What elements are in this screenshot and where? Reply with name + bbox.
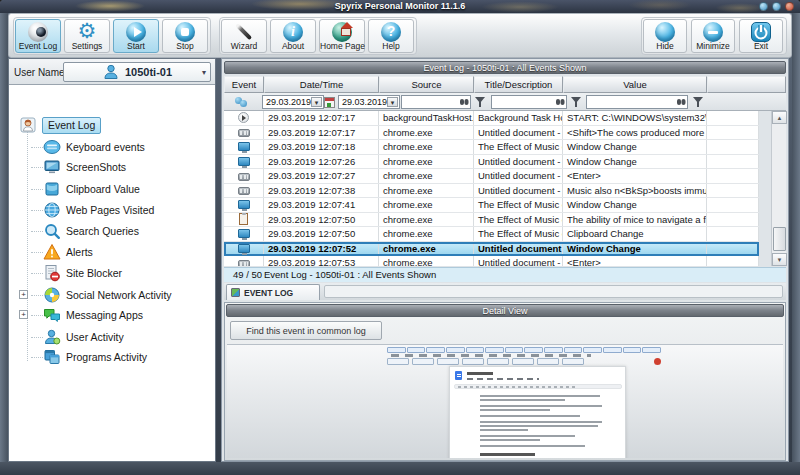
expand-plus-icon[interactable]: + <box>19 290 28 299</box>
tree-stub <box>31 147 43 148</box>
column-header-source[interactable]: Source <box>379 76 474 93</box>
tree-stub <box>31 295 43 296</box>
start-button[interactable]: Start <box>113 19 159 53</box>
sidebar-item-search-queries[interactable]: Search Queries <box>43 221 139 241</box>
scrollbar-thumb[interactable] <box>773 227 786 251</box>
find-event-button[interactable]: Find this event in common log <box>230 321 382 340</box>
keyboard-icon <box>43 138 61 156</box>
cell-value: The ability of mice to navigate a food m… <box>563 213 707 227</box>
sidebar-item-clipboard-value[interactable]: Clipboard Value <box>43 179 140 199</box>
sidebar-item-messaging-apps[interactable]: + Messaging Apps <box>43 305 143 325</box>
tree-stub <box>31 315 43 316</box>
window-controls <box>759 2 794 11</box>
table-row[interactable]: 29.03.2019 12:07:17 backgroundTaskHost.e… <box>224 111 759 126</box>
stop-button[interactable]: Stop <box>162 19 208 53</box>
table-row[interactable]: 29.03.2019 12:07:18 chrome.exe The Effec… <box>224 140 759 155</box>
document-page-thumbnail <box>449 366 626 458</box>
column-header-title[interactable]: Title/Description <box>474 76 563 93</box>
sphere-minus-icon <box>703 22 723 42</box>
table-row[interactable]: 29.03.2019 12:07:50 chrome.exe The Effec… <box>224 227 759 242</box>
event-type-icon <box>239 213 248 225</box>
event-log-button[interactable]: Event Log <box>15 19 61 53</box>
scroll-up-arrow-icon[interactable]: ▲ <box>772 111 787 124</box>
column-header-datetime[interactable]: Date/Time <box>264 76 379 93</box>
sidebar-item-screenshots[interactable]: ScreenShots <box>43 157 126 177</box>
cell-datetime: 29.03.2019 12:07:52 <box>264 242 379 256</box>
user-select-dropdown[interactable]: 1050ti-01 ▾ <box>63 62 211 82</box>
table-row[interactable]: 29.03.2019 12:07:38 chrome.exe Untitled … <box>224 184 759 199</box>
calendar-dropdown-icon[interactable] <box>387 97 398 107</box>
filter-row: 29.03.2019 29.03.2019 <box>224 93 786 111</box>
home-page-button[interactable]: Home Page <box>319 19 365 53</box>
tree-stub <box>31 337 43 338</box>
binoculars-icon[interactable] <box>677 99 686 105</box>
binoculars-icon[interactable] <box>556 99 565 105</box>
tab-event-log[interactable]: EVENT LOG <box>226 284 320 300</box>
cell-datetime: 29.03.2019 12:07:50 <box>264 227 379 241</box>
event-type-icon <box>238 229 250 238</box>
table-row[interactable]: 29.03.2019 12:07:17 chrome.exe Untitled … <box>224 126 759 141</box>
filter-funnel-icon[interactable] <box>571 97 581 103</box>
table-row-selected[interactable]: 29.03.2019 12:07:52 chrome.exe Untitled … <box>224 242 759 257</box>
about-button[interactable]: About <box>270 19 316 53</box>
navigation-tree: Event Log Keyboard events ScreenShots Cl… <box>9 86 215 461</box>
column-header-value[interactable]: Value <box>563 76 707 93</box>
cell-title: The Effect of Music on Hu <box>474 213 563 227</box>
scroll-down-arrow-icon[interactable]: ▼ <box>772 253 787 266</box>
cell-title: The Effect of Music on Hu <box>474 227 563 241</box>
chevron-down-icon: ▾ <box>202 68 206 77</box>
tree-stub <box>31 273 43 274</box>
value-filter-input[interactable] <box>586 95 688 109</box>
event-type-icon <box>238 142 250 151</box>
calendar-dropdown-icon[interactable] <box>311 97 322 107</box>
minimize-dot-icon[interactable] <box>759 2 768 11</box>
tab-strip: EVENT LOG <box>224 283 786 300</box>
table-row[interactable]: 29.03.2019 12:07:50 chrome.exe The Effec… <box>224 213 759 228</box>
cell-datetime: 29.03.2019 12:07:53 <box>264 256 379 266</box>
cell-title: Background Task Host <box>474 111 563 125</box>
settings-button[interactable]: Settings <box>64 19 110 53</box>
table-row[interactable]: 29.03.2019 12:07:53 chrome.exe Untitled … <box>224 256 759 266</box>
event-filter-icon[interactable] <box>235 97 249 107</box>
close-dot-icon[interactable] <box>785 2 794 11</box>
expand-plus-icon[interactable]: + <box>19 310 28 319</box>
vertical-scrollbar[interactable]: ▲ ▼ <box>771 111 786 266</box>
sidebar-item-event-log[interactable]: Event Log <box>19 115 101 135</box>
window-title: Spyrix Personal Monitor 11.1.6 <box>0 1 800 11</box>
user-name-label: User Name <box>14 67 65 78</box>
cell-source: chrome.exe <box>379 140 474 154</box>
date-to-picker[interactable]: 29.03.2019 <box>338 95 400 109</box>
filter-funnel-icon[interactable] <box>693 97 703 103</box>
browser-chrome-thumbnail <box>387 347 661 366</box>
status-bar: 49 / 50 Event Log - 1050ti-01 : All Even… <box>224 267 786 282</box>
google-docs-icon <box>455 371 462 380</box>
sidebar-item-user-activity[interactable]: User Activity <box>43 327 124 347</box>
sidebar-item-programs-activity[interactable]: Programs Activity <box>43 347 147 367</box>
sidebar-item-alerts[interactable]: Alerts <box>43 242 93 262</box>
filter-funnel-icon[interactable] <box>475 97 485 103</box>
date-from-picker[interactable]: 29.03.2019 <box>262 95 324 109</box>
sidebar-item-site-blocker[interactable]: Site Blocker <box>43 263 122 283</box>
cell-source: chrome.exe <box>379 169 474 183</box>
hide-button[interactable]: Hide <box>643 19 687 53</box>
restore-dot-icon[interactable] <box>772 2 781 11</box>
cell-datetime: 29.03.2019 12:07:26 <box>264 155 379 169</box>
column-header-event[interactable]: Event <box>224 76 264 93</box>
minimize-button[interactable]: Minimize <box>691 19 735 53</box>
exit-button[interactable]: Exit <box>739 19 783 53</box>
doc-toolbar-line <box>454 384 622 389</box>
help-button[interactable]: Help <box>368 19 414 53</box>
event-type-icon <box>238 129 250 137</box>
sidebar-item-social-network-activity[interactable]: + Social Network Activity <box>43 285 172 305</box>
cell-title: Untitled document - Googl <box>474 126 563 140</box>
table-row[interactable]: 29.03.2019 12:07:26 chrome.exe Untitled … <box>224 155 759 170</box>
sidebar-item-web-pages-visited[interactable]: Web Pages Visited <box>43 200 154 220</box>
cell-datetime: 29.03.2019 12:07:41 <box>264 198 379 212</box>
table-row[interactable]: 29.03.2019 12:07:27 chrome.exe Untitled … <box>224 169 759 184</box>
record-dot-icon <box>654 358 661 365</box>
binoculars-icon[interactable] <box>460 99 469 105</box>
wizard-button[interactable]: Wizard <box>221 19 267 53</box>
cell-value: <Shift>The cows produced more milk while <box>563 126 707 140</box>
table-row[interactable]: 29.03.2019 12:07:41 chrome.exe The Effec… <box>224 198 759 213</box>
sidebar-item-keyboard-events[interactable]: Keyboard events <box>43 137 145 157</box>
